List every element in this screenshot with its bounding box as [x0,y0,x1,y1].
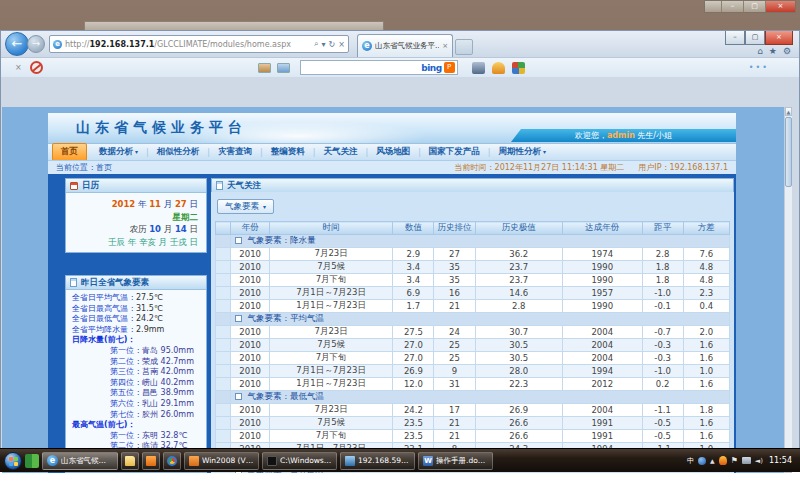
table-cell: 1990 [562,261,642,274]
collapse-box-icon[interactable] [235,393,242,400]
network-tray-icon[interactable] [742,457,751,464]
toolbar-more-icon[interactable]: ••• [749,63,769,72]
column-header[interactable]: 历史排位 [434,222,475,235]
table-row[interactable]: 20107月23日24.21726.92004-1.11.8 [216,404,730,417]
column-header[interactable]: 数值 [393,222,434,235]
ie-browser-window: ← → e http://192.168.137.1/GLCCLIMATE/mo… [0,30,800,472]
tab-close-icon[interactable]: × [442,42,448,50]
toolbar-camera-icon[interactable] [472,62,485,74]
favorites-star-icon[interactable]: ★ [769,46,777,56]
element-group-row[interactable]: 气象要素：平均气温 [216,313,730,326]
stop-icon[interactable]: × [338,40,345,49]
nav-item-7[interactable]: 风场地图 [368,144,418,160]
address-dropdown-icon[interactable]: ▾ [322,40,326,49]
ime-indicator[interactable]: 中 [687,456,694,466]
expand-cell[interactable] [216,391,231,404]
nav-item-1[interactable]: 首页 [52,143,87,161]
table-row[interactable]: 20107月下旬23.52126.61991-0.51.6 [216,430,730,443]
element-filter-button[interactable]: 气象要素 ▾ [217,199,274,214]
taskbar-button-5[interactable]: W操作手册.docx ... [418,452,493,470]
browser-tab[interactable]: e 山东省气候业务平... × [357,34,453,57]
table-row[interactable]: 20107月5候27.02530.52004-0.31.6 [216,339,730,352]
message-icon[interactable] [277,63,290,73]
nav-item-9[interactable]: 周期性分析 ▾ [491,144,555,160]
scrollbar-thumb[interactable] [785,117,792,187]
address-bar[interactable]: e http://192.168.137.1/GLCCLIMATE/module… [49,35,349,53]
page-scrollbar[interactable]: ▲ ▼ [784,107,792,473]
table-cell: 1.6 [683,417,729,430]
nav-item-8[interactable]: 国家下发产品 [421,144,488,160]
forward-button[interactable]: → [27,35,45,53]
refresh-icon[interactable]: ↻ [329,40,336,49]
table-row[interactable]: 20107月下旬3.43523.719901.84.8 [216,274,730,287]
minimize-button[interactable]: – [725,31,745,45]
mail-icon[interactable] [258,63,271,73]
background-close-button[interactable]: × [765,1,795,12]
download-tray-icon[interactable] [719,456,727,465]
expand-cell[interactable] [216,235,231,248]
nav-item-6[interactable]: 天气关注 [315,144,365,160]
tray-expand-icon[interactable]: ▲ [710,457,715,464]
toolbar-games-icon[interactable] [512,62,525,74]
taskbar-button-3[interactable]: C:\Windows\s... [262,452,337,470]
settings-gear-icon[interactable]: ⚙ [783,46,791,56]
blocker-icon[interactable] [30,61,43,74]
close-button[interactable]: × [765,31,793,45]
element-group-row[interactable]: 气象要素：降水量 [216,235,730,248]
new-tab-button[interactable] [455,39,473,55]
column-header[interactable]: 年份 [231,222,270,235]
volume-tray-icon[interactable]: ◄) [755,457,763,465]
quicklaunch-app-icon[interactable] [25,454,39,468]
start-button[interactable] [4,452,22,470]
nav-item-5[interactable]: 整编资料 [263,144,313,160]
table-cell: 2010 [231,287,270,300]
table-row[interactable]: 20107月5候23.52126.61991-0.51.6 [216,417,730,430]
table-row[interactable]: 20101月1日～7月23日1.7212.81990-0.10.4 [216,300,730,313]
toolbar-search-input[interactable]: bing P [300,60,458,75]
taskbar-button-1[interactable]: e山东省气候业... [42,452,118,470]
table-row[interactable]: 20107月5候3.43523.719901.84.8 [216,261,730,274]
table-row[interactable]: 20107月23日2.92736.219742.87.6 [216,248,730,261]
nav-item-3[interactable]: 相似性分析 [149,144,208,160]
background-minimize-button[interactable]: – [721,1,743,12]
collapse-box-icon[interactable] [235,315,242,322]
taskbar-explorer-icon[interactable] [121,452,139,470]
province-stat: 全省日最高气温：31.5℃ [72,304,204,315]
taskbar-button-4[interactable]: 192.168.59.99... [340,452,415,470]
toolbar-close-icon[interactable]: × [15,63,22,72]
antivirus-tray-icon[interactable] [698,457,706,465]
taskbar-button-2[interactable]: Win2008 (VS2... [184,452,259,470]
column-header[interactable]: 距平 [642,222,683,235]
home-icon[interactable]: ⌂ [757,46,763,56]
table-row[interactable]: 20107月1日～7月23日26.9928.01994-1.01.0 [216,365,730,378]
search-icon[interactable]: ⌕ [314,39,318,49]
column-header[interactable]: 时间 [269,222,392,235]
table-row[interactable]: 20107月1日～7月23日6.91614.61957-1.02.3 [216,287,730,300]
expand-cell[interactable] [216,313,231,326]
back-button[interactable]: ← [5,32,29,56]
maximize-button[interactable]: ▢ [745,31,765,45]
column-header[interactable]: 历史极值 [475,222,562,235]
collapse-box-icon[interactable] [235,237,242,244]
table-cell: 14.6 [475,287,562,300]
action-center-flag-icon[interactable]: ⚑ [731,456,738,465]
taskbar-browser-app-icon[interactable] [163,452,181,470]
scroll-up-arrow[interactable]: ▲ [785,107,792,116]
table-row[interactable]: 20107月下旬27.02530.52004-0.31.6 [216,352,730,365]
table-row[interactable]: 20107月23日27.52430.72004-0.72.0 [216,326,730,339]
column-header[interactable]: 达成年份 [562,222,642,235]
url-host: 192.168.137.1 [90,40,155,49]
taskbar-orange-app-icon[interactable] [142,452,160,470]
toolbar-pet-icon[interactable] [492,62,505,74]
date-part: 11 [149,199,161,209]
column-header[interactable]: 方差 [683,222,729,235]
rank-label: 第三位： [110,367,142,376]
table-cell: 2.3 [683,287,729,300]
nav-item-2[interactable]: 数据分析 ▾ [91,144,146,160]
element-group-row[interactable]: 气象要素：最低气温 [216,391,730,404]
table-row[interactable]: 20101月1日～7月23日12.03122.320120.21.6 [216,378,730,391]
background-maximize-button[interactable]: ▢ [743,1,765,12]
rank-value: 东明 32.8℃ [142,431,187,440]
taskbar-clock[interactable]: 11:54 [769,456,792,465]
nav-item-4[interactable]: 灾害查询 [210,144,260,160]
